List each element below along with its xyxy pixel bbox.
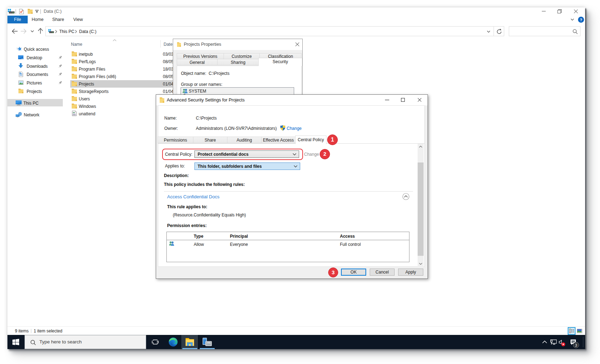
svg-text:3: 3 [575, 343, 577, 347]
svg-text:?: ? [580, 18, 582, 22]
